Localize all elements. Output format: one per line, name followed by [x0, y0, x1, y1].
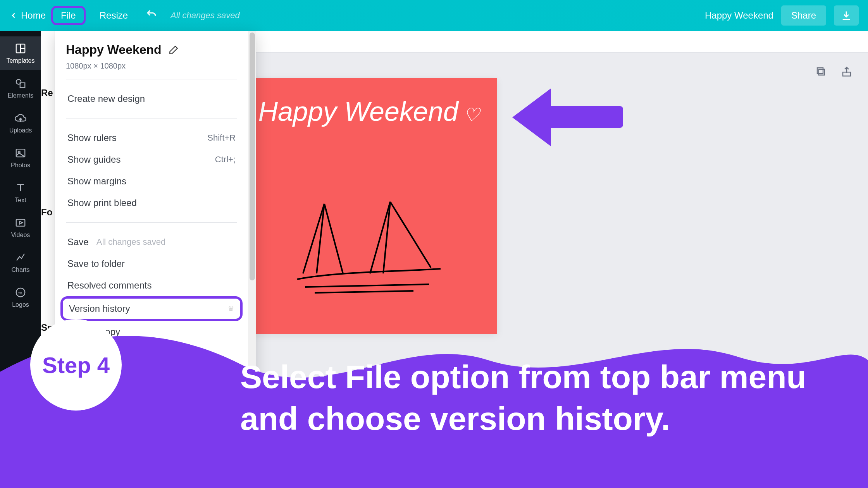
top-bar-left: Home File Resize All changes saved: [9, 6, 240, 25]
menu-show-print-bleed[interactable]: Show print bleed: [66, 192, 237, 214]
svg-text:co.: co.: [17, 290, 23, 295]
menu-show-rulers[interactable]: Show rulersShift+R: [66, 127, 237, 149]
tutorial-overlay: Step 4 Select File option from top bar m…: [0, 341, 868, 488]
svg-rect-7: [16, 219, 25, 226]
logos-icon: co.: [15, 287, 26, 298]
menu-save[interactable]: Save All changes saved: [66, 231, 237, 253]
save-status-text: All changes saved: [170, 10, 240, 21]
separator: [66, 222, 237, 223]
edit-title-icon[interactable]: [169, 45, 179, 55]
download-button[interactable]: [834, 5, 859, 26]
menu-resolved-comments[interactable]: Resolved comments: [66, 275, 237, 296]
file-menu-dimensions: 1080px × 1080px: [66, 62, 237, 70]
sailboat-graphic[interactable]: [278, 192, 460, 301]
charts-icon: [15, 252, 26, 263]
resize-menu-button[interactable]: Resize: [91, 6, 136, 25]
file-menu-title-row: Happy Weekend: [66, 43, 237, 57]
arrow-body: [547, 106, 623, 128]
nav-charts[interactable]: Charts: [0, 246, 41, 279]
menu-save-to-folder[interactable]: Save to folder: [66, 253, 237, 275]
file-menu-title[interactable]: Happy Weekend: [66, 43, 162, 57]
videos-icon: [15, 217, 26, 229]
share-page-icon[interactable]: [841, 66, 852, 77]
download-icon: [841, 10, 852, 21]
scrollbar-thumb[interactable]: [250, 33, 255, 280]
menu-show-margins[interactable]: Show margins: [66, 170, 237, 192]
svg-rect-12: [817, 68, 823, 74]
step-indicator: Step 4: [30, 319, 122, 411]
file-label: File: [61, 10, 76, 21]
canvas-tools: [815, 66, 852, 77]
nav-templates-label: Templates: [7, 57, 35, 64]
nav-elements-label: Elements: [8, 92, 34, 99]
elements-icon: [15, 77, 26, 89]
nav-templates[interactable]: Templates: [0, 36, 41, 70]
nav-photos[interactable]: Photos: [0, 141, 41, 174]
text-icon: [15, 182, 26, 194]
menu-create-new-design[interactable]: Create new design: [66, 88, 237, 110]
duplicate-page-icon[interactable]: [815, 66, 827, 77]
resize-label: Resize: [100, 10, 128, 21]
nav-photos-label: Photos: [11, 162, 30, 169]
separator: [66, 79, 237, 79]
canvas-heading[interactable]: Happy Weekend♡: [241, 96, 497, 127]
design-canvas[interactable]: Happy Weekend♡: [241, 78, 497, 334]
nav-videos-label: Videos: [11, 232, 30, 239]
undo-button[interactable]: [146, 9, 157, 22]
chevron-left-icon: [9, 10, 18, 21]
nav-logos-label: Logos: [12, 301, 29, 308]
project-title[interactable]: Happy Weekend: [705, 10, 773, 21]
back-button[interactable]: Home: [9, 10, 46, 21]
crown-icon: ♛: [228, 304, 234, 313]
step-label: Step 4: [42, 352, 110, 378]
share-button[interactable]: Share: [781, 5, 826, 26]
instruction-text: Select File option from top bar menu and…: [240, 356, 829, 440]
nav-text[interactable]: Text: [0, 176, 41, 209]
share-label: Share: [791, 10, 816, 21]
nav-elements[interactable]: Elements: [0, 71, 41, 105]
nav-uploads[interactable]: Uploads: [0, 106, 41, 139]
nav-charts-label: Charts: [11, 266, 29, 273]
uploads-icon: [15, 112, 26, 124]
file-menu-button[interactable]: File: [51, 6, 86, 25]
home-label: Home: [21, 10, 46, 21]
svg-rect-11: [819, 69, 825, 75]
top-bar: Home File Resize All changes saved Happy…: [0, 0, 868, 31]
arrow-head-icon: [512, 88, 551, 146]
templates-icon: [15, 43, 26, 54]
separator: [66, 118, 237, 119]
menu-show-guides[interactable]: Show guidesCtrl+;: [66, 149, 237, 170]
undo-icon: [146, 9, 157, 20]
photos-icon: [15, 147, 26, 159]
top-bar-right: Happy Weekend Share: [705, 5, 859, 26]
nav-videos[interactable]: Videos: [0, 211, 41, 244]
heart-icon: ♡: [463, 105, 480, 125]
nav-text-label: Text: [15, 197, 26, 204]
nav-uploads-label: Uploads: [9, 127, 32, 134]
nav-logos[interactable]: co. Logos: [0, 280, 41, 314]
